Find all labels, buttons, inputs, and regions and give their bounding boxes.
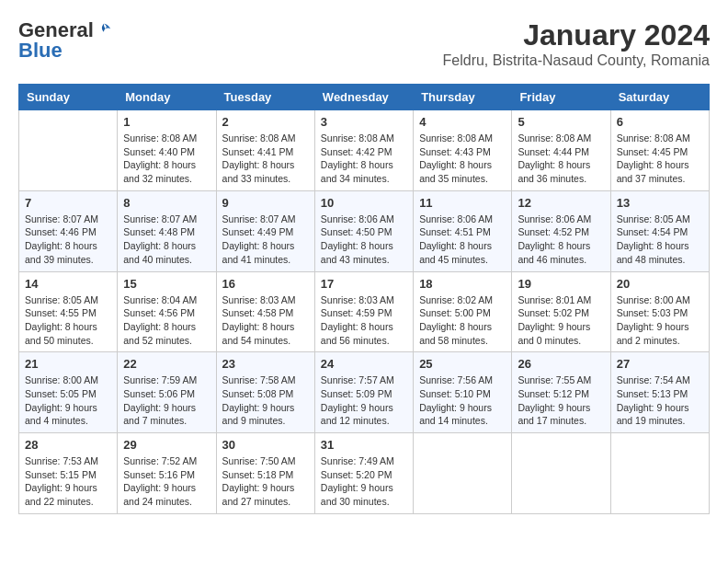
calendar-cell: 23Sunrise: 7:58 AM Sunset: 5:08 PM Dayli… (216, 352, 314, 433)
calendar-cell: 11Sunrise: 8:06 AM Sunset: 4:51 PM Dayli… (414, 190, 512, 271)
calendar-cell: 28Sunrise: 7:53 AM Sunset: 5:15 PM Dayli… (19, 433, 118, 514)
day-info: Sunrise: 7:56 AM Sunset: 5:10 PM Dayligh… (419, 373, 506, 428)
day-number: 27 (617, 357, 703, 371)
day-number: 25 (419, 357, 506, 371)
day-info: Sunrise: 8:04 AM Sunset: 4:56 PM Dayligh… (123, 293, 210, 348)
title-block: January 2024 Feldru, Bistrita-Nasaud Cou… (443, 18, 711, 69)
day-number: 11 (419, 196, 506, 210)
day-number: 17 (321, 277, 407, 291)
weekday-header: Monday (118, 85, 216, 110)
day-number: 13 (617, 196, 703, 210)
calendar-cell: 4Sunrise: 8:08 AM Sunset: 4:43 PM Daylig… (414, 110, 512, 191)
weekday-header: Saturday (610, 85, 709, 110)
calendar-cell (414, 433, 512, 514)
day-info: Sunrise: 7:58 AM Sunset: 5:08 PM Dayligh… (222, 373, 309, 428)
calendar-cell: 24Sunrise: 7:57 AM Sunset: 5:09 PM Dayli… (314, 352, 413, 433)
day-info: Sunrise: 7:57 AM Sunset: 5:09 PM Dayligh… (321, 373, 407, 428)
calendar-cell: 27Sunrise: 7:54 AM Sunset: 5:13 PM Dayli… (610, 352, 709, 433)
day-number: 15 (123, 277, 210, 291)
calendar-cell: 14Sunrise: 8:05 AM Sunset: 4:55 PM Dayli… (19, 271, 118, 352)
calendar-cell: 5Sunrise: 8:08 AM Sunset: 4:44 PM Daylig… (512, 110, 610, 191)
day-info: Sunrise: 8:08 AM Sunset: 4:43 PM Dayligh… (419, 132, 506, 186)
day-number: 24 (321, 357, 407, 371)
page-header: General Blue January 2024 Feldru, Bistri… (18, 18, 710, 69)
calendar-cell: 12Sunrise: 8:06 AM Sunset: 4:52 PM Dayli… (512, 190, 610, 271)
day-number: 20 (617, 277, 703, 291)
day-info: Sunrise: 8:05 AM Sunset: 4:55 PM Dayligh… (25, 293, 111, 348)
weekday-header: Friday (512, 85, 610, 110)
day-info: Sunrise: 8:00 AM Sunset: 5:05 PM Dayligh… (25, 373, 111, 428)
calendar-cell: 2Sunrise: 8:08 AM Sunset: 4:41 PM Daylig… (216, 110, 314, 191)
day-number: 16 (222, 277, 309, 291)
calendar-cell: 21Sunrise: 8:00 AM Sunset: 5:05 PM Dayli… (19, 352, 118, 433)
calendar-cell: 10Sunrise: 8:06 AM Sunset: 4:50 PM Dayli… (314, 190, 413, 271)
day-number: 19 (518, 277, 604, 291)
calendar-cell: 29Sunrise: 7:52 AM Sunset: 5:16 PM Dayli… (118, 433, 216, 514)
weekday-header: Thursday (414, 85, 512, 110)
day-info: Sunrise: 8:05 AM Sunset: 4:54 PM Dayligh… (617, 213, 703, 267)
calendar-cell (19, 110, 118, 191)
day-info: Sunrise: 8:08 AM Sunset: 4:45 PM Dayligh… (617, 132, 703, 186)
day-number: 9 (222, 196, 309, 210)
day-number: 23 (222, 357, 309, 371)
day-number: 5 (518, 115, 604, 129)
day-info: Sunrise: 7:50 AM Sunset: 5:18 PM Dayligh… (222, 454, 309, 509)
day-info: Sunrise: 8:08 AM Sunset: 4:40 PM Dayligh… (123, 132, 210, 186)
calendar-cell: 25Sunrise: 7:56 AM Sunset: 5:10 PM Dayli… (414, 352, 512, 433)
month-title: January 2024 (443, 18, 711, 52)
calendar-cell: 31Sunrise: 7:49 AM Sunset: 5:20 PM Dayli… (314, 433, 413, 514)
calendar-cell: 16Sunrise: 8:03 AM Sunset: 4:58 PM Dayli… (216, 271, 314, 352)
calendar-cell: 15Sunrise: 8:04 AM Sunset: 4:56 PM Dayli… (118, 271, 216, 352)
day-number: 10 (321, 196, 407, 210)
calendar-cell: 20Sunrise: 8:00 AM Sunset: 5:03 PM Dayli… (610, 271, 709, 352)
day-number: 26 (518, 357, 604, 371)
day-number: 6 (617, 115, 703, 129)
calendar-cell: 9Sunrise: 8:07 AM Sunset: 4:49 PM Daylig… (216, 190, 314, 271)
day-info: Sunrise: 8:01 AM Sunset: 5:02 PM Dayligh… (518, 293, 604, 348)
day-number: 14 (25, 277, 111, 291)
day-number: 7 (25, 196, 111, 210)
day-info: Sunrise: 7:53 AM Sunset: 5:15 PM Dayligh… (25, 454, 111, 509)
day-info: Sunrise: 8:03 AM Sunset: 4:59 PM Dayligh… (321, 293, 407, 348)
calendar-week-row: 7Sunrise: 8:07 AM Sunset: 4:46 PM Daylig… (19, 190, 710, 271)
calendar-week-row: 1Sunrise: 8:08 AM Sunset: 4:40 PM Daylig… (19, 110, 710, 191)
calendar-cell: 8Sunrise: 8:07 AM Sunset: 4:48 PM Daylig… (118, 190, 216, 271)
calendar-cell (512, 433, 610, 514)
day-number: 18 (419, 277, 506, 291)
weekday-header: Sunday (19, 85, 118, 110)
weekday-header: Tuesday (216, 85, 314, 110)
day-info: Sunrise: 8:07 AM Sunset: 4:48 PM Dayligh… (123, 213, 210, 267)
calendar-week-row: 21Sunrise: 8:00 AM Sunset: 5:05 PM Dayli… (19, 352, 710, 433)
day-info: Sunrise: 8:08 AM Sunset: 4:44 PM Dayligh… (518, 132, 604, 186)
logo-bird-icon (96, 22, 112, 39)
day-info: Sunrise: 7:52 AM Sunset: 5:16 PM Dayligh… (123, 454, 210, 509)
calendar-cell: 26Sunrise: 7:55 AM Sunset: 5:12 PM Dayli… (512, 352, 610, 433)
weekday-header: Wednesday (314, 85, 413, 110)
calendar-cell: 7Sunrise: 8:07 AM Sunset: 4:46 PM Daylig… (19, 190, 118, 271)
calendar-cell: 22Sunrise: 7:59 AM Sunset: 5:06 PM Dayli… (118, 352, 216, 433)
calendar-cell: 30Sunrise: 7:50 AM Sunset: 5:18 PM Dayli… (216, 433, 314, 514)
day-info: Sunrise: 7:55 AM Sunset: 5:12 PM Dayligh… (518, 373, 604, 428)
day-number: 1 (123, 115, 210, 129)
day-info: Sunrise: 8:08 AM Sunset: 4:41 PM Dayligh… (222, 132, 309, 186)
day-info: Sunrise: 8:08 AM Sunset: 4:42 PM Dayligh… (321, 132, 407, 186)
day-info: Sunrise: 8:07 AM Sunset: 4:49 PM Dayligh… (222, 213, 309, 267)
day-number: 22 (123, 357, 210, 371)
day-info: Sunrise: 8:02 AM Sunset: 5:00 PM Dayligh… (419, 293, 506, 348)
calendar-cell (610, 433, 709, 514)
day-info: Sunrise: 8:06 AM Sunset: 4:50 PM Dayligh… (321, 213, 407, 267)
day-number: 8 (123, 196, 210, 210)
day-number: 4 (419, 115, 506, 129)
day-number: 30 (222, 438, 309, 452)
calendar-header-row: SundayMondayTuesdayWednesdayThursdayFrid… (19, 85, 710, 110)
day-number: 3 (321, 115, 407, 129)
logo: General Blue (18, 18, 112, 63)
day-number: 2 (222, 115, 309, 129)
calendar-cell: 6Sunrise: 8:08 AM Sunset: 4:45 PM Daylig… (610, 110, 709, 191)
day-number: 12 (518, 196, 604, 210)
calendar-cell: 3Sunrise: 8:08 AM Sunset: 4:42 PM Daylig… (314, 110, 413, 191)
calendar-cell: 17Sunrise: 8:03 AM Sunset: 4:59 PM Dayli… (314, 271, 413, 352)
calendar-cell: 18Sunrise: 8:02 AM Sunset: 5:00 PM Dayli… (414, 271, 512, 352)
day-info: Sunrise: 8:06 AM Sunset: 4:51 PM Dayligh… (419, 213, 506, 267)
day-info: Sunrise: 7:54 AM Sunset: 5:13 PM Dayligh… (617, 373, 703, 428)
